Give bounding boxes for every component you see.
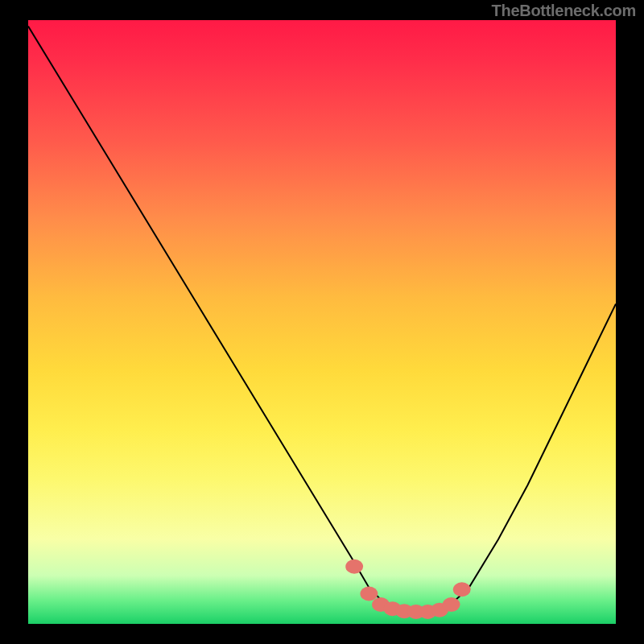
bottleneck-curve: [28, 27, 616, 613]
plot-area: [28, 20, 616, 624]
marker-dot: [345, 559, 363, 574]
marker-dot: [443, 597, 460, 612]
marker-dot: [360, 587, 378, 601]
chart-svg: [28, 20, 616, 624]
optimal-band-markers: [345, 559, 470, 619]
attribution-text: TheBottleneck.com: [492, 2, 636, 20]
marker-dot: [453, 582, 471, 597]
chart-frame: TheBottleneck.com: [0, 0, 644, 644]
bottom-mask: [0, 624, 644, 644]
